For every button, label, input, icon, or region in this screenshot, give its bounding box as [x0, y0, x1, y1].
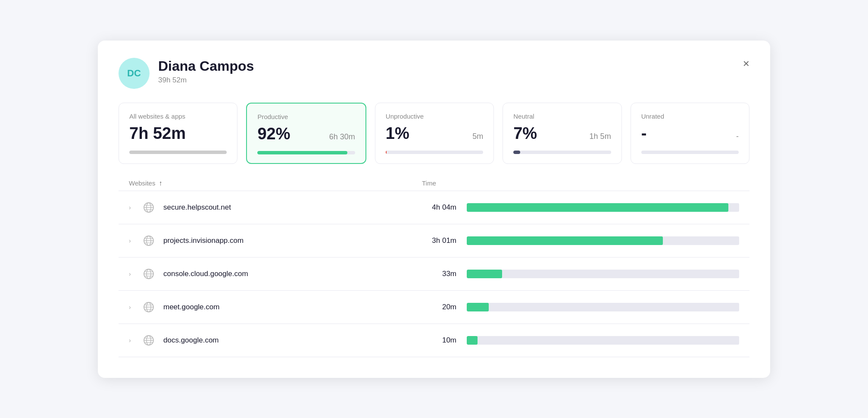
row-time: 3h 01m	[413, 236, 456, 245]
row-bar-container	[467, 203, 739, 212]
stat-card-neutral[interactable]: Neutral 7% 1h 5m	[503, 103, 621, 164]
globe-icon	[141, 333, 156, 348]
row-bar-container	[467, 236, 739, 245]
table-header: Websites ↑ Time	[119, 179, 749, 187]
stat-bar-fill-all	[129, 151, 227, 154]
stat-secondary-neutral: 1h 5m	[590, 132, 611, 141]
row-time: 33m	[413, 270, 456, 278]
row-bar-fill	[467, 303, 489, 311]
expand-icon[interactable]: ›	[129, 237, 141, 244]
stat-value-unproductive: 1%	[386, 124, 409, 143]
col-websites-header: Websites ↑	[129, 179, 422, 187]
row-bar-container	[467, 336, 739, 345]
row-website-name: docs.google.com	[163, 336, 413, 345]
stat-value-all: 7h 52m	[129, 124, 186, 143]
user-info: Diana Campos 39h 52m	[158, 58, 254, 85]
table-rows: › secure.helpscout.net 4h 04m ›	[119, 191, 749, 357]
stat-secondary-unrated: -	[736, 132, 739, 141]
row-website-name: meet.google.com	[163, 303, 413, 311]
stat-card-unrated[interactable]: Unrated - -	[631, 103, 749, 164]
row-time: 4h 04m	[413, 203, 456, 212]
stat-secondary-unproductive: 5m	[472, 132, 483, 141]
user-name: Diana Campos	[158, 58, 254, 74]
stat-bar-bg-unproductive	[386, 151, 483, 154]
globe-icon	[141, 299, 156, 315]
row-bar-fill	[467, 336, 478, 345]
avatar: DC	[119, 58, 150, 89]
stat-value-productive: 92%	[257, 125, 290, 143]
row-time: 10m	[413, 336, 456, 345]
stats-row: All websites & apps 7h 52m Productive 92…	[119, 103, 749, 164]
stat-main-unrated: - -	[641, 124, 739, 143]
stat-card-all[interactable]: All websites & apps 7h 52m	[119, 103, 237, 164]
stat-bar-bg-neutral	[513, 151, 611, 154]
stat-main-all: 7h 52m	[129, 124, 227, 143]
stat-main-neutral: 7% 1h 5m	[513, 124, 611, 143]
row-bar-container	[467, 303, 739, 311]
table-row: › docs.google.com 10m	[119, 324, 749, 357]
globe-icon	[141, 200, 156, 215]
close-button[interactable]: ×	[741, 56, 751, 71]
stat-label-productive: Productive	[257, 113, 355, 120]
stat-bar-bg-productive	[257, 151, 355, 154]
expand-icon[interactable]: ›	[129, 270, 141, 277]
stat-card-productive[interactable]: Productive 92% 6h 30m	[246, 103, 366, 164]
table-section: Websites ↑ Time › secure.helpscout.net 4…	[119, 179, 749, 357]
modal-header: DC Diana Campos 39h 52m ×	[119, 58, 749, 89]
user-total-time: 39h 52m	[158, 76, 254, 85]
stat-bar-bg-all	[129, 151, 227, 154]
modal-container: DC Diana Campos 39h 52m × All websites &…	[98, 41, 770, 378]
row-bar-container	[467, 270, 739, 278]
stat-value-unrated: -	[641, 124, 647, 143]
row-bar-fill	[467, 236, 663, 245]
row-website-name: projects.invisionapp.com	[163, 236, 413, 245]
expand-icon[interactable]: ›	[129, 204, 141, 211]
col-websites-label: Websites	[129, 179, 155, 187]
expand-icon[interactable]: ›	[129, 304, 141, 311]
globe-icon	[141, 233, 156, 248]
stat-main-unproductive: 1% 5m	[386, 124, 483, 143]
row-bar-fill	[467, 203, 728, 212]
stat-bar-bg-unrated	[641, 151, 739, 154]
row-website-name: console.cloud.google.com	[163, 270, 413, 278]
row-bar-fill	[467, 270, 502, 278]
stat-label-unproductive: Unproductive	[386, 113, 483, 120]
expand-icon[interactable]: ›	[129, 337, 141, 344]
row-time: 20m	[413, 303, 456, 311]
stat-main-productive: 92% 6h 30m	[257, 125, 355, 143]
stat-bar-fill-productive	[257, 151, 347, 154]
table-row: › meet.google.com 20m	[119, 291, 749, 324]
stat-bar-fill-unproductive	[386, 151, 387, 154]
stat-label-unrated: Unrated	[641, 113, 739, 120]
col-time-header: Time	[422, 179, 739, 187]
globe-icon	[141, 266, 156, 282]
table-row: › console.cloud.google.com 33m	[119, 258, 749, 291]
table-row: › secure.helpscout.net 4h 04m	[119, 191, 749, 224]
stat-value-neutral: 7%	[513, 124, 537, 143]
table-row: › projects.invisionapp.com 3h 01m	[119, 224, 749, 258]
stat-bar-fill-neutral	[513, 151, 520, 154]
stat-label-all: All websites & apps	[129, 113, 227, 120]
sort-arrow-icon[interactable]: ↑	[159, 179, 162, 187]
row-website-name: secure.helpscout.net	[163, 203, 413, 212]
stat-label-neutral: Neutral	[513, 113, 611, 120]
stat-card-unproductive[interactable]: Unproductive 1% 5m	[375, 103, 494, 164]
stat-secondary-productive: 6h 30m	[329, 132, 355, 141]
